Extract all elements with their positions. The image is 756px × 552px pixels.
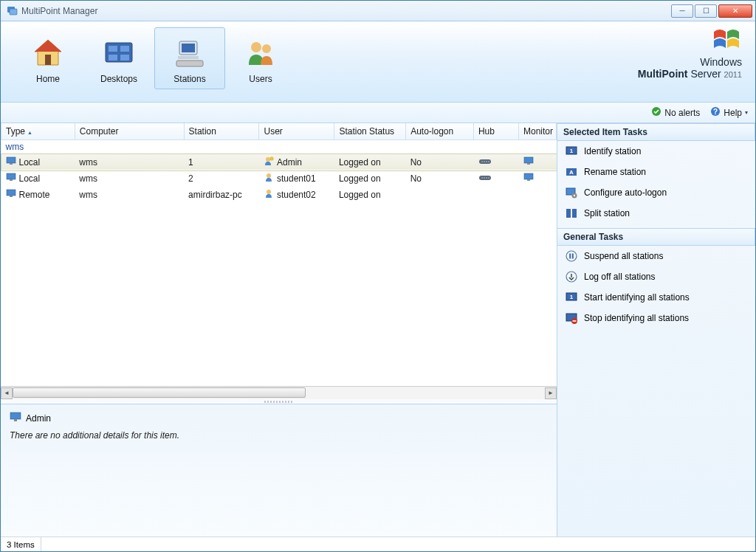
identify-icon: 1 [565, 145, 578, 157]
task-label: Suspend all stations [584, 251, 663, 261]
details-name: Admin [26, 413, 51, 424]
split-icon [565, 207, 578, 219]
rename-icon: A [565, 166, 578, 178]
svg-rect-41 [10, 196, 13, 197]
svg-rect-4 [45, 55, 51, 65]
svg-rect-55 [569, 254, 571, 259]
tab-home[interactable]: Home [13, 27, 83, 89]
svg-point-26 [487, 161, 488, 162]
task-stop-identifying[interactable]: Stop identifying all stations [557, 308, 755, 328]
scroll-right-button[interactable]: ► [545, 387, 557, 399]
task-identify-station[interactable]: 1 Identify station [557, 141, 755, 162]
svg-rect-11 [182, 44, 195, 52]
svg-rect-56 [572, 254, 574, 259]
svg-rect-13 [176, 61, 203, 66]
user-icon [264, 172, 274, 184]
scroll-track[interactable] [13, 387, 545, 399]
brand-line1: Windows [638, 56, 742, 68]
logoff-icon [565, 271, 578, 283]
chevron-down-icon: ▾ [745, 109, 748, 116]
svg-rect-44 [14, 419, 17, 421]
tab-desktops[interactable]: Desktops [83, 27, 154, 89]
col-type[interactable]: Type▲ [1, 123, 75, 140]
svg-text:?: ? [713, 108, 718, 116]
table-row[interactable]: Local wms 1 Admin Logged on No [1, 154, 557, 170]
horizontal-scrollbar[interactable]: ◄ ► [1, 386, 557, 399]
task-label: Configure auto-logon [584, 187, 667, 198]
monitor-icon [6, 189, 16, 200]
task-logoff-all[interactable]: Log off all stations [557, 266, 755, 287]
task-start-identifying[interactable]: 1 Start identifying all stations [557, 287, 755, 308]
svg-point-51 [574, 195, 575, 196]
close-button[interactable]: ✕ [718, 4, 752, 18]
svg-point-32 [267, 173, 271, 178]
minimize-button[interactable]: ─ [671, 4, 693, 18]
col-computer[interactable]: Computer [75, 123, 184, 140]
details-header: Admin [10, 409, 548, 427]
task-label: Rename station [584, 167, 646, 177]
window-title: MultiPoint Manager [21, 6, 97, 16]
task-label: Stop identifying all stations [584, 313, 689, 323]
general-tasks-header: General Tasks [557, 228, 755, 246]
svg-rect-20 [10, 163, 13, 165]
svg-rect-9 [120, 55, 129, 61]
hub-icon [478, 157, 492, 168]
col-user[interactable]: User [259, 123, 334, 140]
maximize-button[interactable]: ☐ [695, 4, 717, 18]
svg-rect-28 [524, 157, 533, 163]
table-row[interactable]: Local wms 2 student01 Logged on No [1, 170, 557, 187]
brand-line2: MultiPoint Server 2011 [638, 68, 742, 80]
help-icon: ? [710, 106, 721, 119]
tab-stations-label: Stations [155, 74, 224, 84]
monitor-icon [6, 173, 16, 184]
scroll-thumb[interactable] [13, 387, 306, 398]
task-rename-station[interactable]: A Rename station [557, 162, 755, 182]
stations-icon [155, 32, 224, 74]
svg-point-36 [487, 177, 488, 179]
status-line: No alerts ? Help ▾ [1, 103, 755, 123]
task-suspend-all[interactable]: Suspend all stations [557, 246, 755, 266]
tab-users-label: Users [226, 74, 295, 84]
title-bar: MultiPoint Manager ─ ☐ ✕ [1, 1, 755, 21]
col-station[interactable]: Station [184, 123, 259, 140]
monitor-icon [10, 412, 21, 424]
user-icon [264, 188, 274, 201]
scroll-left-button[interactable]: ◄ [1, 387, 13, 399]
tab-home-label: Home [13, 74, 83, 84]
svg-rect-12 [178, 56, 199, 59]
task-split-station[interactable]: Split station [557, 203, 755, 224]
sort-caret-icon: ▲ [27, 130, 32, 135]
svg-rect-1 [10, 9, 17, 15]
svg-rect-30 [7, 173, 16, 179]
svg-rect-53 [572, 209, 577, 218]
identify-icon: 1 [565, 291, 578, 303]
task-configure-autologon[interactable]: Configure auto-logon [557, 182, 755, 203]
table-row[interactable]: Remote wms amirdirbaz-pc student02 Logge… [1, 187, 557, 203]
tab-users[interactable]: Users [225, 27, 296, 89]
details-pane: Admin There are no additional details fo… [1, 404, 557, 537]
help-button[interactable]: ? Help ▾ [710, 106, 748, 119]
tab-stations[interactable]: Stations [154, 27, 225, 89]
group-row[interactable]: wms [1, 140, 557, 154]
svg-point-42 [267, 190, 271, 194]
task-label: Split station [584, 208, 630, 218]
svg-rect-38 [524, 173, 533, 179]
stations-table: Type▲ Computer Station User Station Stat… [1, 123, 557, 203]
tab-desktops-label: Desktops [84, 74, 154, 84]
col-autologon[interactable]: Auto-logon [406, 123, 474, 140]
svg-point-22 [270, 157, 273, 160]
svg-marker-3 [35, 40, 61, 52]
no-alerts-indicator[interactable]: No alerts [651, 106, 700, 119]
col-monitor[interactable]: Monitor [519, 123, 557, 140]
svg-rect-39 [527, 179, 530, 181]
details-message: There are no additional details for this… [10, 427, 548, 444]
users-icon [226, 32, 295, 74]
svg-rect-62 [573, 320, 577, 322]
col-hub[interactable]: Hub [473, 123, 518, 140]
tasks-pane: Selected Item Tasks 1 Identify station A… [557, 123, 755, 537]
admin-user-icon [264, 156, 274, 168]
col-status[interactable]: Station Status [334, 123, 406, 140]
no-alerts-label: No alerts [664, 108, 700, 118]
desktops-icon [84, 32, 154, 74]
stations-table-wrap: Type▲ Computer Station User Station Stat… [1, 123, 557, 386]
